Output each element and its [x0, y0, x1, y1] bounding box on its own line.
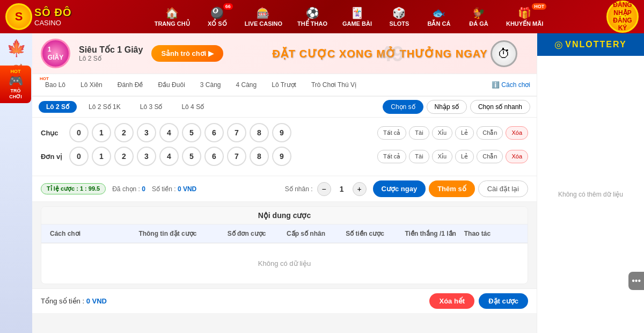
right-panel-empty: Không có thêm dữ liệu	[537, 56, 644, 333]
donvi-tat-ca[interactable]: Tất cả	[377, 150, 406, 163]
vn-lottery-header: ◎ VNLOTTERY	[537, 33, 644, 56]
bet-mode-chon-so-nhanh[interactable]: Chọn số nhanh	[470, 100, 530, 114]
chuc-8[interactable]: 8	[250, 123, 269, 142]
chuc-xiu[interactable]: Xỉu	[432, 126, 452, 140]
chuc-4[interactable]: 4	[159, 123, 179, 142]
chuc-xoa[interactable]: Xóa	[506, 126, 528, 140]
donvi-1[interactable]: 1	[92, 147, 111, 166]
banner-area: ĐẶT CƯỢC XONG MỞ THƯỞNG NGAY 49 ⏱	[232, 47, 528, 60]
chuc-1[interactable]: 1	[92, 123, 111, 142]
donvi-xoa[interactable]: Xóa	[506, 150, 528, 163]
hot-tro-choi-badge[interactable]: HOT 🎮 TRÒCHƠI	[0, 66, 31, 103]
chuc-6[interactable]: 6	[204, 123, 224, 142]
footer-buttons: Xóa hết Đặt cược	[429, 293, 528, 309]
tab-tro-choi[interactable]: Trò Chơi Thú Vị	[305, 78, 363, 91]
footer-bar: Tổng số tiền : 0 VND Xóa hết Đặt cược	[32, 288, 537, 313]
sub-tab-bar: Lô 2 Số Lô 2 Số 1K Lô 3 Số Lô 4 Số Chọn …	[32, 97, 537, 118]
chuc-0[interactable]: 0	[69, 123, 89, 142]
col-so-tien: Số tiền cược	[343, 229, 402, 238]
tab-danh-de[interactable]: Đánh Đề	[111, 78, 150, 91]
donvi-chan[interactable]: Chẵn	[477, 150, 503, 163]
nav-xo-so[interactable]: 66 🎱 XỔ SỐ	[199, 4, 236, 30]
so-tien-value: 0 VND	[178, 185, 196, 193]
xoa-het-button[interactable]: Xóa hết	[429, 293, 474, 309]
tab-4-cang[interactable]: 4 Càng	[230, 78, 264, 91]
tab-lo-xien[interactable]: Lô Xiên	[74, 78, 109, 91]
ban-ca-icon: 🐟	[432, 6, 445, 19]
game-title: Siêu Tốc 1 Giây	[79, 45, 143, 55]
the-thao-icon: ⚽	[306, 6, 319, 19]
them-so-button[interactable]: Thêm số	[429, 180, 475, 197]
sub-tab-lo-2-so[interactable]: Lô 2 Số	[39, 101, 77, 113]
odds-badge: Tỉ lệ cược : 1 : 99.5	[41, 183, 106, 194]
da-chon-value: 0	[142, 185, 145, 193]
chuc-tai[interactable]: Tài	[409, 126, 429, 140]
action-buttons: Cược ngay Thêm số Cài đặt lại	[373, 180, 528, 197]
chuc-chan[interactable]: Chẵn	[477, 126, 503, 140]
donvi-2[interactable]: 2	[114, 147, 134, 166]
table-title: Nội dung cược	[41, 207, 528, 225]
chuc-tat-ca[interactable]: Tất cả	[377, 126, 406, 140]
chuc-3[interactable]: 3	[137, 123, 156, 142]
chuc-label: Chục	[41, 129, 65, 137]
chuc-5[interactable]: 5	[182, 123, 201, 142]
help-link[interactable]: ℹ️ Cách chơi	[492, 81, 530, 89]
tab-3-cang[interactable]: 3 Càng	[194, 78, 228, 91]
total-text: Tổng số tiền : 0 VND	[41, 297, 107, 305]
chuc-le[interactable]: Lẻ	[455, 126, 474, 140]
info-icon: ℹ️	[492, 81, 500, 89]
dat-cuoc-button[interactable]: Đặt cược	[479, 293, 528, 309]
scroll-more-button[interactable]: •••	[628, 272, 644, 290]
right-panel: ◎ VNLOTTERY Không có thêm dữ liệu	[537, 33, 644, 333]
increment-button[interactable]: +	[353, 182, 367, 196]
table-empty: Không có dữ liệu	[41, 243, 528, 284]
timer-icon: ⏱	[491, 40, 517, 67]
cai-dat-button[interactable]: Cài đặt lại	[478, 180, 528, 197]
tab-bao-lo[interactable]: HOT Bao Lô	[39, 78, 72, 91]
donvi-7[interactable]: 7	[227, 147, 246, 166]
da-chon-text: Đã chọn : 0	[112, 185, 145, 193]
nav-live-casino[interactable]: 🎰 LIVE CASINO	[238, 4, 289, 29]
left-decoration: 🍁 🍂 HOT 🎮 TRÒCHƠI	[0, 33, 32, 333]
donvi-3[interactable]: 3	[137, 147, 156, 166]
donvi-tai[interactable]: Tài	[409, 150, 429, 163]
nav-da-ga[interactable]: 🐓 ĐÁ GÀ	[460, 4, 497, 29]
chuc-9[interactable]: 9	[272, 123, 291, 142]
decrement-button[interactable]: −	[317, 182, 331, 196]
sub-tab-lo-3-so[interactable]: Lô 3 Số	[133, 101, 170, 113]
bet-mode-chon-so[interactable]: Chọn số	[383, 100, 423, 114]
chuc-7[interactable]: 7	[227, 123, 246, 142]
donvi-6[interactable]: 6	[204, 147, 224, 166]
deco-number: 49	[380, 41, 404, 66]
bet-mode-nhap-so[interactable]: Nhập số	[427, 100, 467, 114]
donvi-8[interactable]: 8	[250, 147, 269, 166]
col-cap-so: Cấp số nhân	[284, 229, 343, 238]
sub-tab-lo-2-so-1k[interactable]: Lô 2 Số 1K	[81, 101, 128, 113]
nav-slots[interactable]: 🎲 SLOTS	[380, 4, 418, 29]
sub-tab-lo-4-so[interactable]: Lô 4 Số	[174, 101, 211, 113]
chuc-row: Chục 0 1 2 3 4 5 6 7 8 9 Tất cả Tài Xỉu	[41, 123, 528, 142]
donvi-4[interactable]: 4	[159, 147, 179, 166]
donvi-xiu[interactable]: Xỉu	[432, 150, 452, 163]
tab-lo-truot[interactable]: Lô Trượt	[265, 78, 303, 91]
cuoc-ngay-button[interactable]: Cược ngay	[373, 180, 426, 197]
nav-the-thao[interactable]: ⚽ THỂ THAO	[291, 4, 334, 30]
tab-dau-duoi[interactable]: Đầu Đuôi	[151, 78, 191, 91]
donvi-9[interactable]: 9	[272, 147, 291, 166]
donvi-5[interactable]: 5	[182, 147, 201, 166]
khuyen-mai-badge: HOT	[532, 3, 546, 10]
chuc-2[interactable]: 2	[114, 123, 134, 142]
play-button[interactable]: Sảnh trò chơi ▶	[151, 45, 223, 62]
register-button[interactable]: ĐĂNG NHẬP ĐĂNG KÝ	[606, 1, 639, 33]
hot-label: HOT	[11, 69, 21, 74]
nav-khuyen-mai[interactable]: HOT 🎁 KHUYẾN MÃI	[500, 4, 550, 30]
nav-ban-ca[interactable]: 🐟 BẮN CÁ	[420, 4, 458, 30]
multiplier-area: Số nhân : − 1 +	[285, 182, 367, 196]
donvi-0[interactable]: 0	[69, 147, 89, 166]
nav-game-bai[interactable]: 🃏 GAME BÀI	[336, 4, 378, 29]
nav-trang-chu[interactable]: 🏠 TRANG CHỦ	[148, 4, 196, 30]
so-nhan-label: Số nhân :	[285, 185, 313, 193]
donvi-le[interactable]: Lẻ	[455, 150, 474, 163]
slots-icon: 🎲	[392, 6, 406, 19]
bet-table: Nội dung cược Cách chơi Thông tin đặt cư…	[41, 206, 528, 284]
